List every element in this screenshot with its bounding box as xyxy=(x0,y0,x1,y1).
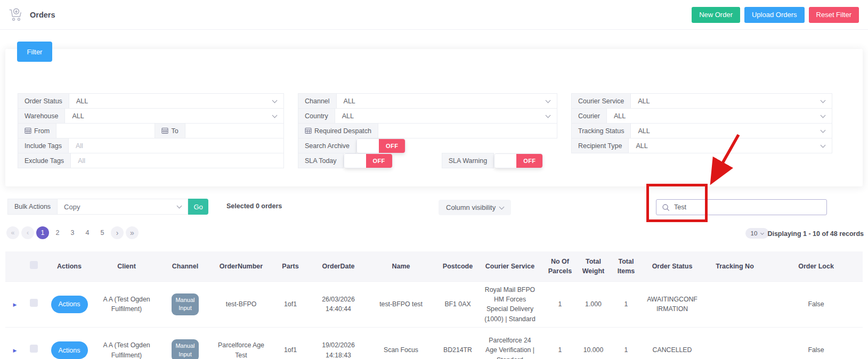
include-tags-field xyxy=(69,138,284,153)
filter-column-middle: Channel ALL Country ALL Required Despatc… xyxy=(298,93,557,168)
chevron-down-icon xyxy=(546,97,551,103)
calendar-icon xyxy=(305,127,312,134)
filter-row-search-archive: Search Archive OFF xyxy=(298,138,557,153)
search-archive-toggle[interactable]: OFF xyxy=(357,139,405,153)
tracking-status-select[interactable]: ALL xyxy=(631,123,832,138)
header-channel: Channel xyxy=(157,251,213,281)
last-page-button[interactable]: » xyxy=(126,226,139,239)
cell-courier-service: Royal Mail BFPO HM Forces Special Delive… xyxy=(478,281,541,328)
chevron-down-icon xyxy=(499,205,505,210)
filter-row-exclude-tags: Exclude Tags xyxy=(18,153,284,168)
required-despatch-input[interactable] xyxy=(378,123,557,138)
new-order-button[interactable]: New Order xyxy=(692,7,740,23)
filter-row-country: Country ALL xyxy=(298,108,557,124)
cell-client: A A (Test Ogden Fulfilment) xyxy=(96,281,157,328)
courier-service-select[interactable]: ALL xyxy=(631,93,832,109)
select-all-checkbox[interactable] xyxy=(30,261,38,269)
page-button-4[interactable]: 4 xyxy=(81,226,94,239)
filter-button[interactable]: Filter xyxy=(17,42,52,62)
order-status-select[interactable]: ALL xyxy=(69,93,284,109)
include-tags-input[interactable] xyxy=(76,142,277,150)
header-parts: Parts xyxy=(269,251,312,281)
filter-row-order-status: Order Status ALL xyxy=(18,93,284,109)
toggle-knob xyxy=(357,139,379,153)
country-select[interactable]: ALL xyxy=(335,108,557,124)
orders-cart-icon xyxy=(9,8,23,21)
cell-no-of-parcels: 1 xyxy=(541,281,579,328)
next-page-button[interactable]: › xyxy=(111,226,124,239)
cell-order-number: Parcelforce Age Test xyxy=(213,328,269,359)
row-actions-button[interactable]: Actions xyxy=(51,341,88,359)
reset-filter-button[interactable]: Reset Filter xyxy=(809,7,859,23)
chevron-down-icon xyxy=(821,127,826,133)
toggle-state: OFF xyxy=(379,139,405,153)
courier-service-label: Courier Service xyxy=(571,93,631,109)
sla-warning-toggle[interactable]: OFF xyxy=(494,154,542,168)
chevron-down-icon xyxy=(546,112,551,118)
exclude-tags-field xyxy=(71,153,284,168)
header-total-items: Total Items xyxy=(608,251,644,281)
orders-table: Actions Client Channel OrderNumber Parts… xyxy=(5,251,863,359)
prev-page-button[interactable]: ‹ xyxy=(21,226,34,239)
page-size-select[interactable]: 10 xyxy=(745,228,769,239)
page-button-2[interactable]: 2 xyxy=(51,226,64,239)
sla-today-toggle[interactable]: OFF xyxy=(344,154,392,168)
header-courier-service: Courier Service xyxy=(478,251,541,281)
cell-courier-service: Parcelforce 24 Age Verification | Standa… xyxy=(478,328,541,359)
include-tags-label: Include Tags xyxy=(18,138,69,153)
header-tracking-no: Tracking No xyxy=(700,251,769,281)
cell-order-status: AWAITINGCONF IRMATION xyxy=(644,281,700,328)
warehouse-value: ALL xyxy=(72,112,84,120)
filter-column-right: Courier Service ALL Courier ALL Tracking… xyxy=(571,93,832,153)
row-checkbox[interactable] xyxy=(30,345,38,353)
recipient-type-select[interactable]: ALL xyxy=(629,138,832,153)
expand-row-icon[interactable]: ▶ xyxy=(13,348,17,353)
go-button[interactable]: Go xyxy=(188,199,208,215)
first-page-button[interactable]: « xyxy=(6,226,19,239)
column-visibility-button[interactable]: Column visibility xyxy=(439,200,511,215)
courier-value: ALL xyxy=(614,112,626,120)
channel-badge: Manual Input xyxy=(172,293,198,315)
upload-orders-button[interactable]: Upload Orders xyxy=(744,7,805,23)
tracking-status-value: ALL xyxy=(638,127,650,135)
page-button-1[interactable]: 1 xyxy=(36,226,49,239)
warehouse-select[interactable]: ALL xyxy=(65,108,284,124)
cell-order-date: 19/02/2026 14:18:43 xyxy=(312,328,365,359)
header-expand-spacer xyxy=(5,251,25,281)
cell-no-of-parcels: 1 xyxy=(541,328,579,359)
chevron-down-icon xyxy=(821,112,826,118)
header-name: Name xyxy=(365,251,437,281)
filter-row-tracking-status: Tracking Status ALL xyxy=(571,123,832,138)
recipient-type-label: Recipient Type xyxy=(571,138,629,153)
filter-row-dates: From To xyxy=(18,123,284,138)
cell-parts: 1of1 xyxy=(269,328,312,359)
country-value: ALL xyxy=(342,112,354,120)
cell-order-date: 26/03/2026 14:40:44 xyxy=(312,281,365,328)
header-postcode: Postcode xyxy=(437,251,478,281)
toggle-state: OFF xyxy=(366,154,392,168)
date-to-input[interactable] xyxy=(185,123,284,138)
cell-order-lock: False xyxy=(769,281,863,328)
exclude-tags-input[interactable] xyxy=(78,157,277,165)
magnifier-icon xyxy=(662,203,670,211)
row-checkbox[interactable] xyxy=(30,299,38,307)
bulk-actions-select[interactable]: Copy xyxy=(58,199,188,215)
date-from-input[interactable] xyxy=(56,123,155,138)
chevron-down-icon xyxy=(760,231,764,234)
order-status-value: ALL xyxy=(76,97,88,105)
cell-name: Scan Focus xyxy=(365,328,437,359)
page-button-5[interactable]: 5 xyxy=(96,226,109,239)
tracking-status-label: Tracking Status xyxy=(571,123,631,138)
courier-select[interactable]: ALL xyxy=(607,108,832,124)
cell-total-items: 1 xyxy=(608,328,644,359)
expand-row-icon[interactable]: ▶ xyxy=(13,302,17,307)
row-actions-button[interactable]: Actions xyxy=(51,296,88,313)
header-order-status: Order Status xyxy=(644,251,700,281)
cell-order-number: test-BFPO xyxy=(213,281,269,328)
cell-tracking-no xyxy=(700,328,769,359)
filter-row-warehouse: Warehouse ALL xyxy=(18,108,284,124)
cell-postcode: BD214TR xyxy=(437,328,478,359)
table-search-input[interactable] xyxy=(674,203,821,211)
page-button-3[interactable]: 3 xyxy=(66,226,79,239)
channel-select[interactable]: ALL xyxy=(337,93,557,109)
